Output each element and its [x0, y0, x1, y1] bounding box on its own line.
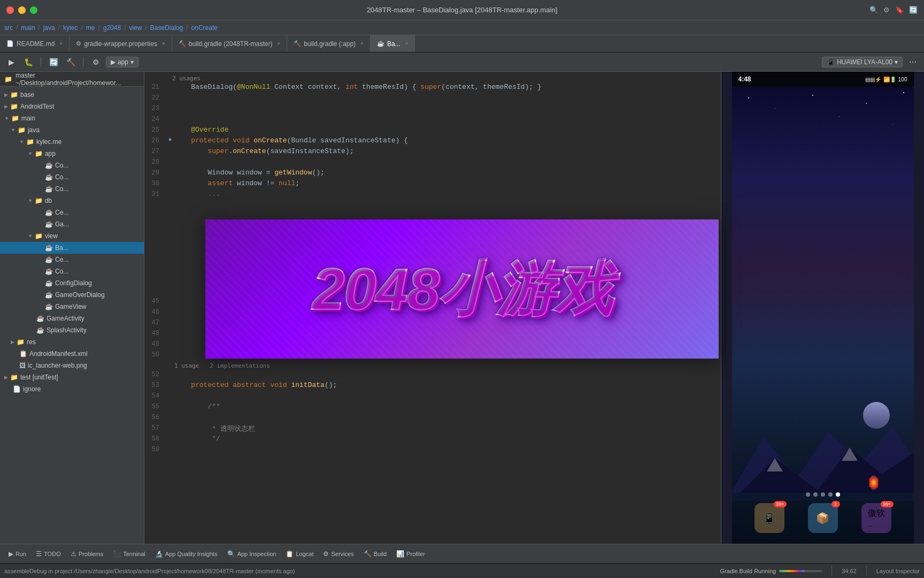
- refresh-icon[interactable]: 🔄: [909, 6, 918, 14]
- java-file-icon3: ☕: [45, 185, 53, 193]
- settings-icon[interactable]: ⚙: [883, 6, 890, 14]
- tree-item-res[interactable]: ▶ 📁 res: [0, 336, 144, 348]
- dock-icon-2[interactable]: 📦 2: [808, 503, 838, 533]
- tree-arrow: ▼: [28, 151, 33, 156]
- logcat-tab[interactable]: 📋 Logcat: [281, 546, 318, 561]
- tab-close-readme[interactable]: ×: [59, 41, 63, 47]
- tree-item-basedialog[interactable]: ☕ Ba...: [0, 242, 144, 254]
- tree-item-gameactivity[interactable]: ☕ GameActivity: [0, 313, 144, 324]
- app-quality-tab[interactable]: 🔬 App Quality Insights: [151, 546, 222, 561]
- tree-item-splashactivity[interactable]: ☕ SplashActivity: [0, 324, 144, 336]
- profiler-tab[interactable]: 📊 Profiler: [392, 546, 429, 561]
- tree-item-co3[interactable]: ☕ Co...: [0, 183, 144, 195]
- phone-signal: 📶🔋: [883, 77, 896, 82]
- tree-item-main[interactable]: ▼ 📁 main: [0, 112, 144, 124]
- tree-arrow: ▶: [4, 375, 8, 380]
- tab-readme[interactable]: 📄 README.md ×: [0, 35, 70, 52]
- tree-item-gameoverdialog[interactable]: ☕ GameOverDialog: [0, 289, 144, 301]
- terminal-tab[interactable]: ⬛ Terminal: [109, 546, 150, 561]
- nav-basedialog[interactable]: BaseDialog: [150, 24, 183, 32]
- manifest-icon: 📋: [19, 350, 27, 358]
- tree-item-androidtest[interactable]: ▶ 📁 AndroidTest: [0, 101, 144, 112]
- basedialog-icon: ☕: [45, 244, 53, 252]
- search-icon[interactable]: 🔍: [869, 6, 878, 14]
- nav-main[interactable]: main: [21, 24, 35, 32]
- tree-item-ignore[interactable]: 📄 ignore: [0, 383, 144, 395]
- codialog-icon: ☕: [45, 268, 53, 275]
- minimize-button[interactable]: [18, 6, 26, 14]
- app-inspection-tab[interactable]: 🔍 App Inspection: [223, 546, 281, 561]
- ce-icon: ☕: [45, 209, 53, 216]
- run-button[interactable]: ▶: [4, 55, 18, 69]
- nav-me[interactable]: me: [86, 24, 95, 32]
- services-tab[interactable]: ⚙ Services: [319, 546, 358, 561]
- tree-item-java[interactable]: ▼ 📁 java: [0, 124, 144, 136]
- sync-button[interactable]: 🔄: [47, 55, 60, 69]
- app-quality-label: App Quality Insights: [165, 551, 218, 557]
- code-line-54: 54: [144, 392, 721, 402]
- tree-item-co1[interactable]: ☕ Co...: [0, 159, 144, 171]
- more-actions-button[interactable]: ⋯: [906, 55, 920, 69]
- nav-kylec[interactable]: kylec: [63, 24, 78, 32]
- tree-item-view-folder[interactable]: ▼ 📁 view: [0, 230, 144, 242]
- tree-item-launcher-web[interactable]: 🖼 ic_launcher-web.png: [0, 360, 144, 371]
- nav-oncreate[interactable]: onCreate: [191, 24, 218, 32]
- tree-item-gameview[interactable]: ☕ GameView: [0, 301, 144, 313]
- tree-item-kylece-me[interactable]: ▼ 📁 kylec.me: [0, 136, 144, 148]
- services-icon: ⚙: [323, 550, 329, 558]
- tree-item-ce[interactable]: ☕ Ce...: [0, 207, 144, 218]
- toolbar-separator-2: [83, 57, 83, 67]
- tab-close-base-dialog[interactable]: ×: [405, 41, 409, 47]
- code-line-57: 57 * 透明状态栏: [144, 424, 721, 435]
- bookmark-icon[interactable]: 🔖: [895, 6, 904, 14]
- phone-status-bar: 4:48 ▤▤⚡ 📶🔋 100: [732, 72, 914, 87]
- build-tab[interactable]: 🔨 Build: [359, 546, 391, 561]
- dock-icon-1[interactable]: 📱 99+: [754, 503, 784, 533]
- todo-tab[interactable]: ☰ TODO: [32, 546, 65, 561]
- problems-tab[interactable]: ⚠ Problems: [66, 546, 107, 561]
- settings-toolbar-button[interactable]: ⚙: [89, 55, 103, 69]
- nav-java[interactable]: java: [43, 24, 55, 32]
- nav-view[interactable]: view: [129, 24, 142, 32]
- nav-g2048[interactable]: g2048: [103, 24, 121, 32]
- tree-item-co2[interactable]: ☕ Co...: [0, 171, 144, 183]
- tab-close-build-app[interactable]: ×: [360, 41, 364, 47]
- tab-build-gradle-app[interactable]: 🔨 build.gradle (:app) ×: [287, 35, 371, 52]
- window-controls: [0, 6, 37, 14]
- tree-item-androidmanifest[interactable]: 📋 AndroidManifest.xml: [0, 348, 144, 360]
- kylec-icon: 📁: [26, 138, 34, 146]
- app-selector[interactable]: ▶ app ▾: [106, 57, 138, 67]
- tree-arrow: ▼: [28, 198, 33, 203]
- close-button[interactable]: [6, 6, 14, 14]
- gameactivity-icon: ☕: [36, 315, 44, 322]
- usages-hint: 2 usages: [144, 74, 721, 83]
- page-dot-3: [821, 492, 825, 497]
- tab-build-gradle-master[interactable]: 🔨 build.gradle (2048TR-master) ×: [172, 35, 288, 52]
- tree-item-cedialog[interactable]: ☕ Ce...: [0, 254, 144, 265]
- gradle-status: Gradle Build Running: [720, 568, 822, 574]
- device-selector[interactable]: 📱 HUAWEI LYA-AL00 ▾: [822, 57, 903, 67]
- zoom-button[interactable]: [30, 6, 37, 14]
- tab-close-build-master[interactable]: ×: [278, 41, 281, 47]
- tab-gradle-wrapper[interactable]: ⚙ gradle-wrapper.properties ×: [70, 35, 172, 52]
- tree-item-app-folder[interactable]: ▼ 📁 app: [0, 148, 144, 159]
- tab-base-dialog[interactable]: ☕ Ba... ×: [371, 35, 415, 52]
- hammer-button[interactable]: 🔨: [64, 55, 78, 69]
- dock-icon-3[interactable]: 傲软... 99+: [861, 503, 891, 533]
- tree-item-codialog[interactable]: ☕ Co...: [0, 265, 144, 277]
- tree-item-configdialog[interactable]: ☕ ConfigDialog: [0, 277, 144, 289]
- folder-icon: 📁: [10, 91, 18, 98]
- tree-arrow: ▶: [11, 339, 14, 345]
- code-line-21: 21 BaseDialog(@NonNull Context context, …: [144, 83, 721, 94]
- app-quality-icon: 🔬: [155, 550, 163, 558]
- nav-src[interactable]: src: [4, 24, 13, 32]
- star-7: [903, 92, 904, 93]
- tree-item-ga[interactable]: ☕ Ga...: [0, 218, 144, 230]
- tree-item-unittest[interactable]: ▶ 📁 test [unitTest]: [0, 371, 144, 383]
- run-tab[interactable]: ▶ Run: [4, 546, 30, 561]
- tree-item-base[interactable]: ▶ 📁 base: [0, 89, 144, 101]
- tab-close-gradle-wrapper[interactable]: ×: [162, 41, 165, 47]
- build-label: Build: [374, 551, 387, 557]
- tree-item-db[interactable]: ▼ 📁 db: [0, 195, 144, 207]
- debug-button[interactable]: 🐛: [21, 55, 35, 69]
